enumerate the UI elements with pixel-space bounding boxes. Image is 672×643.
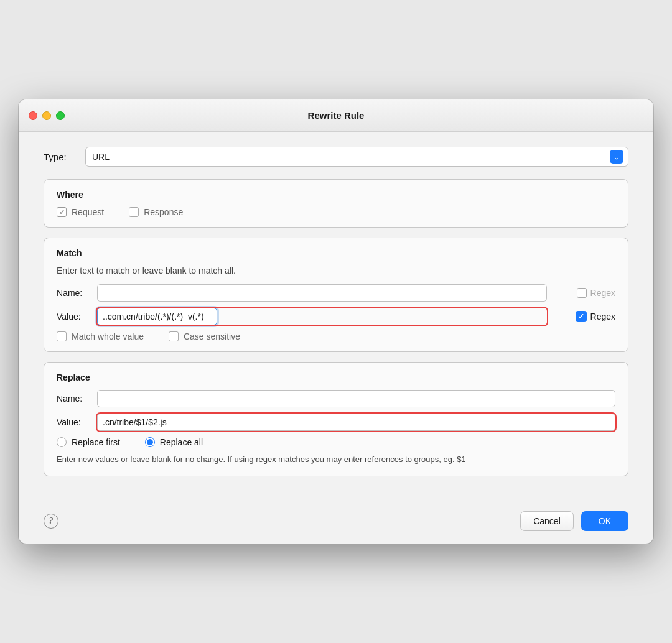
match-value-input[interactable] — [97, 308, 217, 325]
replace-value-label: Value: — [57, 417, 91, 427]
name-right-section: Regex — [553, 288, 615, 298]
replace-name-input[interactable] — [97, 390, 615, 407]
where-row: Request Response — [57, 207, 615, 217]
action-buttons: Cancel OK — [520, 511, 628, 531]
value-right-section: Regex — [553, 311, 615, 322]
replace-radio-row: Replace first Replace all — [57, 437, 615, 447]
replace-first-radio[interactable] — [57, 437, 67, 447]
match-value-label: Value: — [57, 312, 91, 322]
ok-button[interactable]: OK — [581, 511, 628, 531]
maximize-button[interactable] — [56, 111, 65, 120]
match-name-input[interactable] — [97, 284, 547, 302]
match-name-regex-checkbox[interactable] — [577, 288, 587, 298]
request-checkbox[interactable] — [57, 207, 67, 217]
type-select-wrapper: URL — [85, 147, 628, 167]
case-sensitive-label: Case sensitive — [184, 331, 240, 341]
replace-hint: Enter new values or leave blank for no c… — [57, 453, 615, 466]
replace-value-row: Value: — [57, 414, 615, 431]
response-checkbox[interactable] — [129, 207, 139, 217]
where-title: Where — [57, 190, 615, 200]
match-name-regex-label: Regex — [590, 288, 615, 298]
response-checkbox-item: Response — [129, 207, 183, 217]
match-value-row: Value: Regex — [57, 308, 615, 325]
replace-value-input[interactable] — [97, 414, 615, 431]
match-options-row: Match whole value Case sensitive — [57, 331, 615, 341]
type-label: Type: — [44, 152, 78, 162]
title-bar: Rewrite Rule — [19, 99, 653, 132]
replace-all-label: Replace all — [160, 437, 203, 447]
dialog-content: Type: URL Where Request Response — [19, 132, 653, 501]
match-whole-item: Match whole value — [57, 331, 144, 341]
type-row: Type: URL — [44, 147, 628, 167]
match-hint: Enter text to match or leave blank to ma… — [57, 266, 615, 275]
response-label: Response — [144, 207, 183, 217]
match-name-label: Name: — [57, 288, 91, 298]
match-title: Match — [57, 248, 615, 258]
replace-first-label: Replace first — [72, 437, 120, 447]
match-whole-label: Match whole value — [72, 331, 144, 341]
replace-all-item: Replace all — [145, 437, 203, 447]
match-value-regex-checkbox[interactable] — [576, 311, 587, 322]
window-title: Rewrite Rule — [308, 110, 365, 121]
replace-title: Replace — [57, 372, 615, 382]
minimize-button[interactable] — [42, 111, 51, 120]
match-whole-checkbox[interactable] — [57, 331, 67, 341]
request-checkbox-item: Request — [57, 207, 104, 217]
replace-all-radio[interactable] — [145, 437, 155, 447]
case-sensitive-checkbox[interactable] — [169, 331, 179, 341]
match-name-row: Name: Regex — [57, 284, 615, 302]
replace-value-input-container — [97, 414, 615, 431]
where-section: Where Request Response — [44, 179, 628, 228]
replace-first-item: Replace first — [57, 437, 120, 447]
traffic-lights — [29, 111, 65, 120]
match-value-input-container — [97, 308, 547, 325]
replace-name-label: Name: — [57, 394, 91, 404]
match-value-regex-label: Regex — [590, 312, 615, 322]
rewrite-rule-dialog: Rewrite Rule Type: URL Where Request — [19, 99, 653, 544]
replace-name-row: Name: — [57, 390, 615, 407]
match-section: Match Enter text to match or leave blank… — [44, 238, 628, 352]
help-button[interactable]: ? — [44, 514, 58, 529]
case-sensitive-item: Case sensitive — [169, 331, 240, 341]
replace-section: Replace Name: Value: Replace first — [44, 362, 628, 476]
bottom-bar: ? Cancel OK — [19, 501, 653, 544]
type-select[interactable]: URL — [85, 147, 628, 167]
request-label: Request — [72, 207, 104, 217]
cancel-button[interactable]: Cancel — [520, 511, 574, 531]
close-button[interactable] — [29, 111, 37, 120]
